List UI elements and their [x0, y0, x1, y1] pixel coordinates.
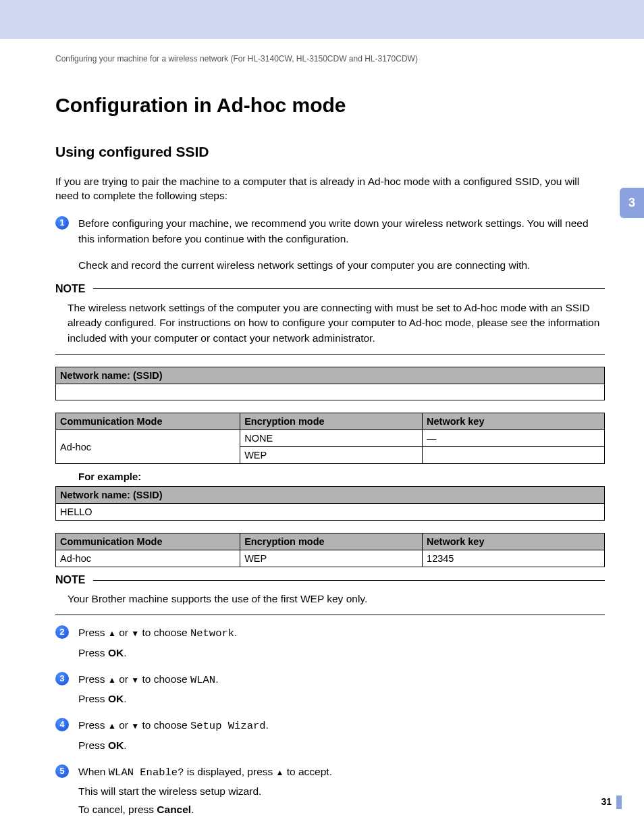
chapter-number: 3: [628, 196, 635, 210]
page-title: Configuration in Ad-hoc mode: [55, 94, 605, 117]
ssid-table-example: Network name: (SSID) HELLO: [55, 486, 605, 521]
mode-table-blank: Communication Mode Encryption mode Netwo…: [55, 413, 605, 464]
up-arrow-icon: ▲: [108, 629, 116, 638]
note-label: NOTE: [55, 283, 85, 295]
table-header: Network key: [423, 533, 605, 550]
table-header: Communication Mode: [56, 413, 240, 430]
note-label: NOTE: [55, 574, 85, 586]
step-body: Press ▲ or ▼ to choose Setup Wizard. Pre…: [78, 717, 605, 756]
table-cell: Ad-hoc: [56, 430, 240, 464]
step-body: When WLAN Enable? is displayed, press ▲ …: [78, 764, 605, 820]
footer-accent: [616, 796, 622, 809]
table-cell: Ad-hoc: [56, 550, 240, 567]
step-3: 3 Press ▲ or ▼ to choose WLAN. Press OK.: [55, 671, 605, 710]
step-4: 4 Press ▲ or ▼ to choose Setup Wizard. P…: [55, 717, 605, 756]
note-block-1: NOTE The wireless network settings of th…: [55, 283, 605, 355]
step-number-badge: 3: [55, 672, 69, 685]
for-example-label: For example:: [78, 471, 605, 482]
note-body: Your Brother machine supports the use of…: [55, 592, 605, 606]
table-cell: [423, 447, 605, 464]
running-header: Configuring your machine for a wireless …: [55, 54, 605, 63]
table-cell: 12345: [423, 550, 605, 567]
intro-paragraph: If you are trying to pair the machine to…: [55, 175, 605, 203]
mode-table-example: Communication Mode Encryption mode Netwo…: [55, 533, 605, 567]
display-prompt: WLAN Enable?: [109, 766, 184, 779]
rule: [55, 615, 605, 615]
down-arrow-icon: ▼: [131, 675, 139, 685]
table-cell: WEP: [240, 447, 423, 464]
rule: [93, 580, 605, 581]
menu-option: Network: [190, 627, 234, 640]
table-cell: WEP: [240, 550, 423, 567]
down-arrow-icon: ▼: [131, 629, 139, 638]
rule: [93, 288, 605, 289]
menu-option: WLAN: [190, 674, 215, 686]
up-arrow-icon: ▲: [108, 721, 116, 731]
table-header: Communication Mode: [56, 533, 240, 550]
step-subtext: Check and record the current wireless ne…: [78, 257, 605, 273]
menu-option: Setup Wizard: [190, 720, 266, 732]
ssid-table-blank: Network name: (SSID): [55, 367, 605, 400]
ok-key: OK: [108, 647, 124, 658]
chapter-tab: 3: [620, 188, 644, 218]
step-2: 2 Press ▲ or ▼ to choose Network. Press …: [55, 625, 605, 663]
table-header: Encryption mode: [240, 413, 423, 430]
rule: [55, 354, 605, 355]
step-number-badge: 4: [55, 718, 69, 731]
table-header: Network name: (SSID): [56, 487, 605, 504]
step-body: Before configuring your machine, we reco…: [78, 215, 605, 250]
note-body: The wireless network settings of the com…: [55, 301, 605, 346]
table-cell: [56, 384, 605, 400]
up-arrow-icon: ▲: [108, 675, 116, 685]
cancel-key: Cancel: [157, 804, 191, 815]
table-header: Network key: [423, 413, 605, 430]
step-body: Press ▲ or ▼ to choose WLAN. Press OK.: [78, 671, 605, 710]
header-band: [0, 0, 644, 39]
table-header: Encryption mode: [240, 533, 423, 550]
ok-key: OK: [108, 739, 124, 751]
ok-key: OK: [108, 693, 124, 704]
step-body: Press ▲ or ▼ to choose Network. Press OK…: [78, 625, 605, 663]
step-1: 1 Before configuring your machine, we re…: [55, 215, 605, 250]
note-block-2: NOTE Your Brother machine supports the u…: [55, 574, 605, 615]
page-content: Configuring your machine for a wireless …: [0, 0, 644, 820]
step-number-badge: 1: [55, 216, 69, 230]
table-cell: NONE: [240, 430, 423, 447]
step-5: 5 When WLAN Enable? is displayed, press …: [55, 764, 605, 820]
step-number-badge: 5: [55, 764, 69, 778]
table-cell: HELLO: [56, 504, 605, 521]
down-arrow-icon: ▼: [131, 721, 139, 731]
step-text: Before configuring your machine, we reco…: [78, 215, 605, 247]
table-header: Network name: (SSID): [56, 367, 605, 384]
table-cell: —: [423, 430, 605, 447]
section-title: Using configured SSID: [55, 144, 605, 160]
up-arrow-icon: ▲: [276, 768, 284, 777]
step-number-badge: 2: [55, 625, 69, 639]
page-number: 31: [601, 796, 612, 807]
